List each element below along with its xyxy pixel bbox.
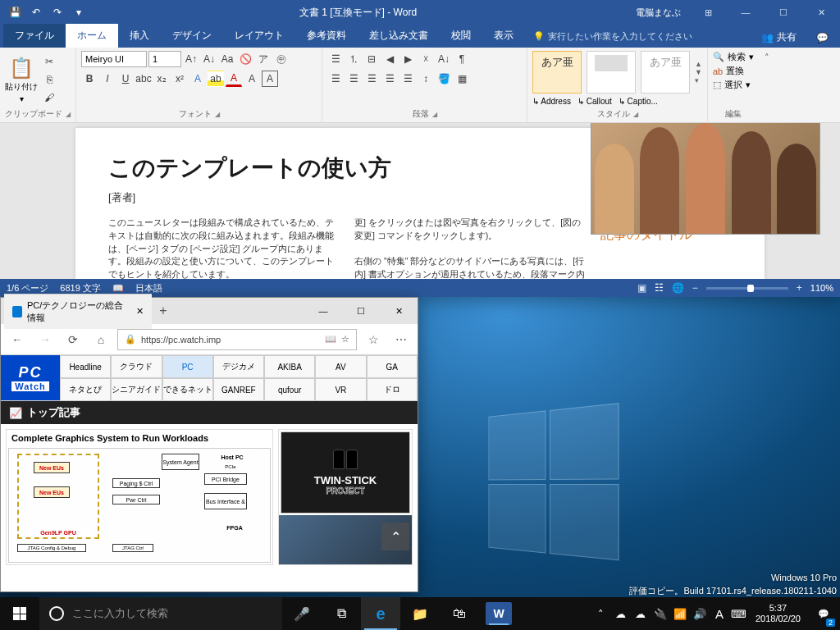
shading-button[interactable]: 🪣	[436, 71, 452, 87]
italic-button[interactable]: I	[99, 71, 116, 87]
close-button[interactable]: ✕	[802, 0, 840, 25]
nav-ga[interactable]: GA	[367, 355, 418, 378]
find-button[interactable]: 🔍検索▾	[713, 51, 754, 63]
align-center-button[interactable]: ☰	[345, 71, 362, 87]
char-shading-button[interactable]: A	[244, 71, 260, 87]
ribbon-collapse-button[interactable]: ˄	[759, 48, 775, 122]
word-document-area[interactable]: このテンプレートの使い方 [著者] このニュースレターは段組みで構成されているた…	[0, 123, 840, 279]
tab-mailings[interactable]: 差し込み文書	[358, 24, 440, 48]
read-mode-button[interactable]: ▣	[637, 282, 646, 294]
clear-formatting-button[interactable]: 🚫	[237, 51, 253, 67]
tab-review[interactable]: 校閲	[440, 24, 482, 48]
word-titlebar[interactable]: 💾 ↶ ↷ ▾ 文書 1 [互換モード] - Word 電脳まなぶ ⊞ — ☐ …	[0, 0, 840, 25]
save-icon[interactable]: 💾	[5, 2, 25, 22]
font-color-button[interactable]: A	[226, 71, 242, 87]
taskbar-clock[interactable]: 5:37 2018/02/20	[749, 603, 807, 624]
replace-button[interactable]: ab置換	[713, 65, 754, 77]
reading-view-icon[interactable]: 📖	[325, 334, 336, 345]
text-effects-button[interactable]: A	[189, 71, 206, 87]
nav-senior[interactable]: シニアガイド	[111, 378, 162, 401]
distribute-button[interactable]: ☰	[399, 71, 416, 87]
taskbar-word[interactable]: W	[486, 602, 512, 625]
share-button[interactable]: 👥共有	[755, 27, 803, 48]
bold-button[interactable]: B	[81, 71, 98, 87]
paste-button[interactable]: 📋貼り付け▾	[5, 51, 38, 108]
hub-button[interactable]: ☆	[362, 328, 385, 351]
quick-style-address[interactable]: ↳ Address	[532, 97, 571, 106]
status-language[interactable]: 日本語	[135, 282, 162, 294]
status-words[interactable]: 6819 文字	[60, 282, 101, 294]
style-heading1[interactable]	[587, 51, 636, 94]
phonetic-guide-button[interactable]: ア	[255, 51, 272, 67]
font-dialog-launcher[interactable]: ◢	[215, 111, 220, 118]
qat-customize-icon[interactable]: ▾	[69, 2, 89, 22]
increase-indent-button[interactable]: ▶	[399, 51, 416, 67]
borders-button[interactable]: ▦	[454, 71, 470, 87]
tab-home[interactable]: ホーム	[66, 24, 118, 48]
tab-close-button[interactable]: ✕	[136, 306, 144, 317]
nav-drone[interactable]: ドロ	[367, 378, 418, 401]
print-layout-button[interactable]: ☷	[655, 282, 664, 294]
tab-references[interactable]: 参考資料	[295, 24, 358, 48]
highlight-button[interactable]: ab	[208, 71, 224, 87]
zoom-out-button[interactable]: −	[692, 282, 698, 294]
nav-headline[interactable]: Headline	[60, 355, 111, 378]
cut-button[interactable]: ✂	[41, 53, 57, 70]
task-view-button[interactable]: ⧉	[322, 597, 361, 630]
nav-qufour[interactable]: qufour	[264, 378, 315, 401]
document-image[interactable]	[591, 123, 820, 235]
start-button[interactable]	[0, 597, 39, 630]
address-bar[interactable]: 🔒 https://pc.watch.imp 📖 ☆	[117, 329, 357, 350]
strikethrough-button[interactable]: abc	[135, 71, 152, 87]
zoom-level[interactable]: 110%	[810, 283, 833, 293]
refresh-button[interactable]: ⟳	[62, 328, 84, 351]
status-spell-icon[interactable]: 📖	[112, 283, 124, 294]
select-button[interactable]: ⬚選択▾	[713, 79, 754, 91]
nav-akiba[interactable]: AKIBA	[264, 355, 315, 378]
taskbar-store[interactable]: 🛍	[440, 597, 479, 630]
align-left-button[interactable]: ☰	[327, 71, 344, 87]
style-gallery-more[interactable]: ▲▼▾	[695, 60, 702, 84]
nav-pc[interactable]: PC	[162, 355, 213, 378]
format-painter-button[interactable]: 🖌	[41, 89, 57, 106]
nav-vr[interactable]: VR	[315, 378, 366, 401]
mic-button[interactable]: 🎤	[282, 597, 322, 630]
document-column-2[interactable]: 更] をクリック(または図や写真を右クリックして、[図の変更] コマンドをクリッ…	[354, 217, 587, 279]
home-button[interactable]: ⌂	[89, 328, 112, 351]
nav-av[interactable]: AV	[315, 355, 366, 378]
zoom-in-button[interactable]: +	[797, 282, 802, 294]
edge-close-button[interactable]: ✕	[380, 298, 418, 324]
taskbar-search[interactable]: ここに入力して検索	[39, 597, 282, 630]
ribbon-display-icon[interactable]: ⊞	[689, 0, 727, 25]
comments-button[interactable]: 💬	[810, 29, 835, 47]
action-center-button[interactable]: 💬 2	[807, 597, 840, 630]
clipboard-dialog-launcher[interactable]: ◢	[66, 111, 71, 118]
superscript-button[interactable]: x²	[171, 71, 188, 87]
new-tab-button[interactable]: +	[152, 304, 175, 318]
undo-icon[interactable]: ↶	[26, 2, 46, 22]
tab-view[interactable]: 表示	[482, 24, 525, 48]
enclose-button[interactable]: ㊥	[273, 51, 290, 67]
nav-cloud[interactable]: クラウド	[111, 355, 162, 378]
change-case-button[interactable]: Aa	[219, 51, 235, 67]
font-size-combo[interactable]	[148, 51, 181, 67]
grow-font-button[interactable]: A↑	[183, 51, 199, 67]
scroll-top-button[interactable]: ⌃	[381, 523, 409, 550]
tray-keyboard-icon[interactable]: ⌨	[729, 597, 749, 630]
justify-button[interactable]: ☰	[381, 71, 398, 87]
tray-wifi-icon[interactable]: 📶	[670, 597, 690, 630]
quick-style-caption[interactable]: ↳ Captio...	[619, 97, 658, 106]
nav-dekiru[interactable]: できるネット	[162, 378, 213, 401]
favorite-icon[interactable]: ☆	[341, 334, 349, 345]
bullets-button[interactable]: ☰	[327, 51, 344, 67]
paragraph-dialog-launcher[interactable]: ◢	[432, 111, 437, 118]
tab-design[interactable]: デザイン	[161, 24, 223, 48]
nav-netatopi[interactable]: ネタとぴ	[60, 378, 111, 401]
maximize-button[interactable]: ☐	[765, 0, 802, 25]
tell-me-search[interactable]: 💡実行したい作業を入力してください	[525, 25, 701, 48]
taskbar-edge[interactable]: e	[361, 597, 400, 630]
edge-minimize-button[interactable]: —	[304, 298, 342, 324]
tab-insert[interactable]: 挿入	[118, 24, 161, 48]
nav-ganref[interactable]: GANREF	[213, 378, 264, 401]
line-spacing-button[interactable]: ↕	[418, 71, 434, 87]
